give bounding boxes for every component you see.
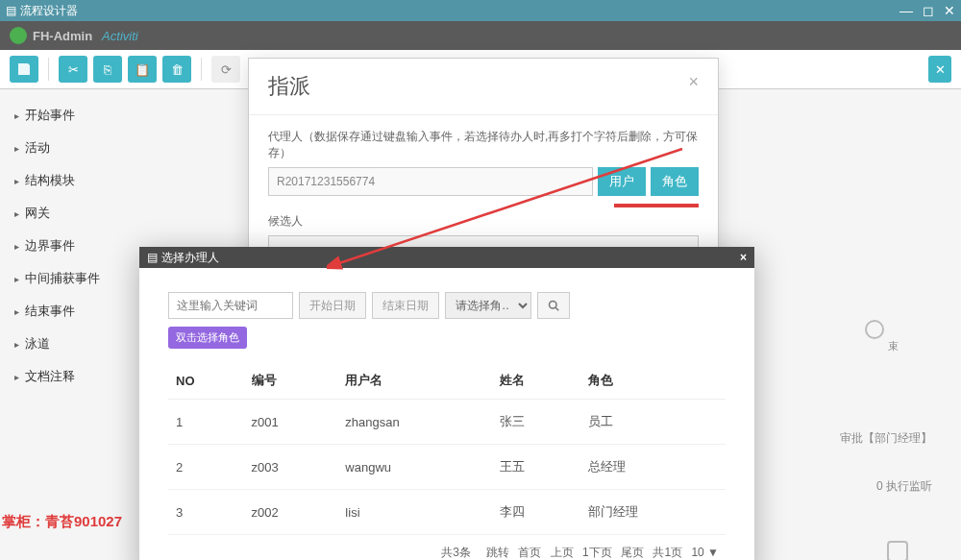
cut-button[interactable]: ✂ — [59, 56, 87, 83]
user-button[interactable]: 用户 — [598, 167, 646, 196]
cell-role: 员工 — [580, 400, 726, 445]
keyword-input[interactable] — [168, 292, 293, 319]
pager-jump[interactable]: 跳转 — [486, 546, 509, 559]
cell-name: 王五 — [492, 445, 581, 490]
agent-input[interactable] — [268, 167, 593, 196]
pager-current[interactable]: 1下页 — [582, 546, 612, 559]
copy-button[interactable]: ⎘ — [93, 56, 122, 83]
search-button[interactable] — [537, 292, 570, 319]
dialog-icon: ▤ — [147, 251, 158, 264]
maximize-button[interactable]: ◻ — [923, 3, 934, 18]
cell-no: 3 — [168, 490, 244, 535]
app-header: FH-Admin Activiti — [0, 21, 961, 50]
logo-icon — [10, 27, 27, 44]
search-row: 请选择角… — [168, 292, 726, 319]
save-button[interactable] — [10, 56, 38, 83]
canvas-node-label: 束 — [888, 339, 899, 353]
sidebar-item-start[interactable]: 开始事件 — [14, 99, 178, 132]
pagination: 共3条 跳转 首页 上页 1下页 尾页 共1页 10 ▼ — [168, 535, 726, 560]
sidebar-item-activity[interactable]: 活动 — [14, 132, 178, 164]
window-title: 流程设计器 — [20, 3, 78, 19]
cell-username: lisi — [337, 490, 491, 535]
assign-dialog-header: 指派 × — [249, 59, 718, 115]
pager-first[interactable]: 首页 — [518, 546, 541, 559]
table-row[interactable]: 2z003wangwu王五总经理 — [168, 445, 726, 490]
select-handler-title: 选择办理人 — [161, 250, 219, 266]
cell-role: 部门经理 — [580, 490, 726, 535]
col-name: 姓名 — [492, 362, 581, 400]
canvas-end-node[interactable] — [865, 320, 884, 339]
app-logo: FH-Admin Activiti — [10, 27, 138, 44]
pager-pages: 共1页 — [653, 546, 682, 559]
start-date-input[interactable] — [299, 292, 366, 319]
toolbar-close-button[interactable]: ✕ — [928, 56, 951, 83]
minimize-button[interactable]: — — [899, 3, 913, 18]
refresh-button[interactable]: ⟳ — [211, 56, 240, 83]
sidebar-item-structure[interactable]: 结构模块 — [14, 164, 178, 197]
canvas-listener-label: 0 执行监听 — [876, 478, 932, 495]
role-select[interactable]: 请选择角… — [445, 292, 531, 319]
pager-prev[interactable]: 上页 — [551, 546, 574, 559]
cell-name: 李四 — [492, 490, 581, 535]
cell-name: 张三 — [492, 400, 581, 445]
cell-username: wangwu — [337, 445, 491, 490]
highlight-underline — [614, 204, 699, 207]
assign-dialog-close-button[interactable]: × — [688, 72, 699, 101]
table-row[interactable]: 1z001zhangsan张三员工 — [168, 400, 726, 445]
end-date-input[interactable] — [372, 292, 439, 319]
watermark: 掌柜：青苔901027 — [2, 513, 122, 531]
cell-role: 总经理 — [580, 445, 726, 490]
delete-button[interactable]: 🗑 — [162, 56, 191, 83]
col-no: NO — [168, 362, 244, 400]
select-handler-dialog: ▤ 选择办理人 × 请选择角… 双击选择角色 NO 编号 用户名 姓名 角色 1… — [139, 247, 754, 560]
role-button[interactable]: 角色 — [651, 167, 699, 196]
candidate-label: 候选人 — [268, 213, 699, 230]
assign-dialog-title: 指派 — [268, 72, 310, 101]
table-row[interactable]: 3z002lisi李四部门经理 — [168, 490, 726, 535]
window-titlebar: ▤ 流程设计器 — ◻ ✕ — [0, 0, 961, 21]
agent-label: 代理人（数据保存通过键盘输入事件，若选择待办人时,再多打个字符后删除，方可保存） — [268, 129, 699, 161]
select-handler-header: ▤ 选择办理人 × — [139, 247, 754, 268]
canvas-task-node[interactable] — [887, 541, 908, 560]
cell-code: z003 — [244, 445, 338, 490]
window-icon: ▤ — [6, 4, 16, 17]
close-window-button[interactable]: ✕ — [944, 3, 955, 18]
pager-last[interactable]: 尾页 — [621, 546, 644, 559]
col-username: 用户名 — [337, 362, 491, 400]
select-handler-close-button[interactable]: × — [740, 251, 747, 264]
svg-line-1 — [555, 307, 558, 310]
col-role: 角色 — [580, 362, 726, 400]
app-name: FH-Admin — [33, 29, 92, 43]
pager-total: 共3条 — [441, 546, 471, 559]
tip-badge: 双击选择角色 — [168, 327, 247, 349]
canvas-approval-label: 审批【部门经理】 — [840, 430, 932, 447]
cell-no: 1 — [168, 400, 244, 445]
cell-code: z002 — [244, 490, 338, 535]
paste-button[interactable]: 📋 — [128, 56, 157, 83]
cell-no: 2 — [168, 445, 244, 490]
cell-username: zhangsan — [337, 400, 491, 445]
user-table: NO 编号 用户名 姓名 角色 1z001zhangsan张三员工2z003wa… — [168, 362, 726, 535]
pager-per-page[interactable]: 10 ▼ — [691, 546, 719, 559]
app-subtitle: Activiti — [102, 29, 138, 43]
cell-code: z001 — [244, 400, 338, 445]
col-code: 编号 — [244, 362, 338, 400]
sidebar-item-gateway[interactable]: 网关 — [14, 197, 178, 230]
svg-point-0 — [550, 302, 557, 309]
window-controls: — ◻ ✕ — [899, 3, 955, 18]
